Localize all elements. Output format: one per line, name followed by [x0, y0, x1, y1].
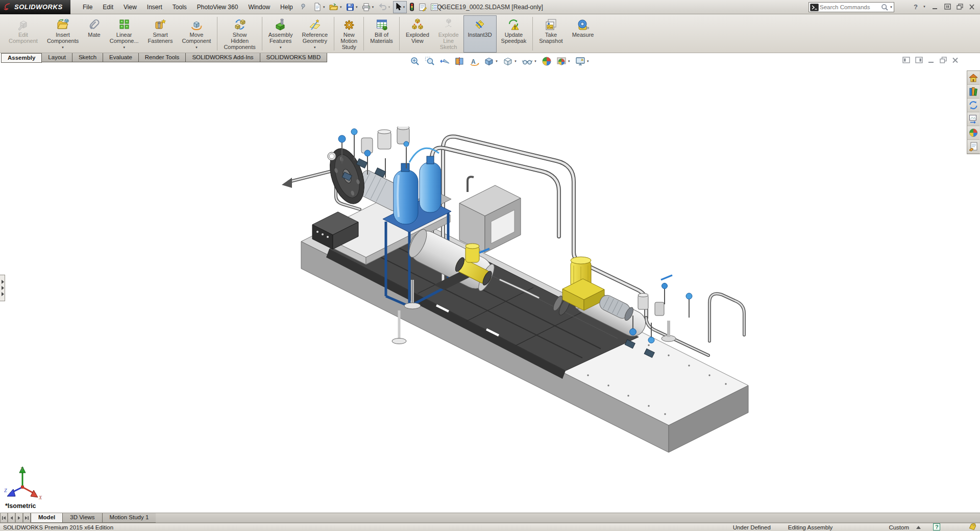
apply-scene-button[interactable]: ▼ — [555, 55, 572, 67]
collapsed-feature-manager-tab[interactable] — [0, 275, 5, 301]
open-button[interactable]: ▼ — [328, 1, 344, 13]
maximize-button[interactable] — [941, 1, 953, 12]
chevron-down-icon[interactable]: ▼ — [388, 6, 391, 9]
section-view-button[interactable] — [453, 55, 466, 67]
menu-file[interactable]: File — [78, 0, 97, 14]
chevron-down-icon[interactable]: ▼ — [495, 60, 498, 63]
pin-menu-icon[interactable] — [300, 3, 307, 12]
tab-assembly[interactable]: Assembly — [1, 53, 42, 63]
chevron-down-icon[interactable]: ▼ — [355, 6, 358, 9]
menu-window[interactable]: Window — [243, 0, 275, 14]
close-button[interactable] — [966, 1, 978, 12]
chevron-down-icon[interactable]: ▼ — [372, 6, 375, 9]
chevron-down-icon[interactable]: ▼ — [122, 44, 126, 51]
design-library-tab[interactable] — [967, 85, 979, 99]
tab-scroll-track[interactable] — [156, 513, 980, 523]
rebuild-button[interactable] — [407, 1, 416, 13]
ribbon-button-take-snapshot[interactable]: Take Snapshot — [534, 15, 567, 53]
ribbon-button-assembly-features[interactable]: Assembly Features ▼ — [264, 15, 298, 53]
chevron-down-icon[interactable]: ▼ — [403, 6, 406, 9]
appearances-scenes-tab[interactable] — [967, 126, 979, 140]
chevron-down-icon[interactable]: ▼ — [514, 60, 517, 63]
undo-button[interactable]: ▼ — [377, 1, 393, 13]
configuration-selector[interactable]: Custom — [889, 524, 921, 530]
restore-button[interactable] — [953, 1, 966, 12]
chevron-down-icon[interactable]: ▼ — [586, 60, 590, 63]
view-palette-tab[interactable] — [967, 112, 979, 126]
ribbon-button-insert-components[interactable]: Insert Components ▼ — [42, 15, 83, 53]
zoom-to-fit-button[interactable] — [408, 55, 422, 67]
chevron-down-icon[interactable]: ▼ — [195, 44, 198, 51]
ribbon-button-smart-fasteners[interactable]: Smart Fasteners — [143, 15, 178, 53]
view-orientation-button[interactable]: ▼ — [482, 55, 500, 67]
ribbon-button-update-speedpak[interactable]: Update Speedpak — [497, 15, 531, 53]
menu-photoview360[interactable]: PhotoView 360 — [192, 0, 243, 14]
first-tab-button[interactable] — [0, 513, 8, 523]
print-button[interactable]: ▼ — [360, 1, 376, 13]
zoom-to-area-button[interactable] — [423, 55, 436, 67]
edit-appearance-button[interactable] — [540, 55, 553, 67]
tag-button[interactable] — [969, 523, 977, 531]
file-explorer-tab[interactable] — [967, 99, 979, 112]
search-commands-box[interactable]: ▼ — [808, 2, 894, 12]
file-properties-button[interactable] — [417, 1, 428, 13]
search-input[interactable] — [819, 4, 881, 11]
chevron-down-icon[interactable]: ▼ — [61, 44, 64, 51]
save-button[interactable]: ▼ — [345, 1, 360, 13]
viewport-pane-left-button[interactable] — [902, 56, 910, 65]
solidworks-resources-tab[interactable] — [967, 71, 979, 85]
ribbon-button-mate[interactable]: Mate — [83, 15, 105, 53]
viewport-pane-right-button[interactable] — [915, 56, 923, 65]
tab-layout[interactable]: Layout — [41, 53, 72, 62]
tab-evaluate[interactable]: Evaluate — [103, 53, 139, 62]
tab-motion-study-1[interactable]: Motion Study 1 — [102, 513, 157, 523]
3d-drawing-view-button[interactable]: A — [468, 55, 481, 67]
tab-solidworks-mbd[interactable]: SOLIDWORKS MBD — [260, 53, 328, 62]
chevron-down-icon[interactable]: ▼ — [339, 6, 342, 9]
chevron-down-icon[interactable]: ▼ — [923, 5, 926, 8]
ribbon-button-new-motion-study[interactable]: New Motion Study — [336, 15, 362, 53]
minimize-button[interactable] — [929, 1, 941, 12]
previous-view-button[interactable] — [438, 55, 451, 67]
ribbon-button-show-hidden-components[interactable]: Show Hidden Components — [219, 15, 260, 53]
ribbon-button-exploded-view[interactable]: Exploded View — [401, 15, 434, 53]
ribbon-button-bill-of-materials[interactable]: Bill of Materials — [365, 15, 398, 53]
view-settings-button[interactable]: ▼ — [574, 55, 591, 67]
select-tool-button[interactable]: ▼ — [393, 1, 407, 13]
menu-help[interactable]: Help — [275, 0, 298, 14]
ribbon-button-instant3d[interactable]: Instant3D — [463, 15, 497, 53]
ribbon-button-reference-geometry[interactable]: Reference Geometry ▼ — [297, 15, 332, 53]
ribbon-button-move-component[interactable]: Move Component ▼ — [178, 15, 216, 53]
tab-sketch[interactable]: Sketch — [72, 53, 103, 62]
chevron-down-icon[interactable]: ▼ — [534, 60, 537, 63]
quick-tips-button[interactable]: ? — [933, 523, 940, 531]
doc-minimize-button[interactable] — [928, 56, 935, 65]
doc-close-button[interactable] — [952, 56, 959, 65]
new-document-button[interactable]: ▼ — [312, 1, 327, 13]
last-tab-button[interactable] — [23, 513, 31, 523]
chevron-down-icon[interactable]: ▼ — [313, 44, 316, 51]
chevron-down-icon[interactable]: ▼ — [323, 6, 326, 9]
tab-solidworks-add-ins[interactable]: SOLIDWORKS Add-Ins — [185, 53, 260, 62]
previous-tab-button[interactable] — [8, 513, 15, 523]
ribbon-button-measure[interactable]: Measure — [568, 15, 599, 53]
help-button[interactable]: ? — [910, 1, 922, 12]
tab-model[interactable]: Model — [31, 513, 63, 523]
menu-view[interactable]: View — [118, 0, 142, 14]
chevron-down-icon[interactable]: ▼ — [279, 44, 282, 51]
doc-restore-button[interactable] — [940, 56, 947, 65]
ribbon-button-explode-line-sketch[interactable]: Explode Line Sketch — [434, 15, 463, 53]
menu-edit[interactable]: Edit — [97, 0, 118, 14]
chevron-down-icon[interactable]: ▼ — [568, 60, 571, 63]
assembly-model-3d[interactable] — [281, 127, 766, 464]
chevron-down-icon[interactable]: ▼ — [890, 6, 893, 9]
tab-render-tools[interactable]: Render Tools — [138, 53, 186, 62]
next-tab-button[interactable] — [15, 513, 23, 523]
custom-properties-tab[interactable] — [967, 140, 979, 154]
ribbon-button-edit-component[interactable]: Edit Component — [4, 15, 42, 53]
search-icon[interactable] — [881, 4, 889, 11]
tab-3d-views[interactable]: 3D Views — [62, 513, 102, 523]
menu-tools[interactable]: Tools — [167, 0, 192, 14]
menu-insert[interactable]: Insert — [142, 0, 167, 14]
ribbon-button-linear-component-pattern[interactable]: Linear Compone... ▼ — [105, 15, 143, 53]
